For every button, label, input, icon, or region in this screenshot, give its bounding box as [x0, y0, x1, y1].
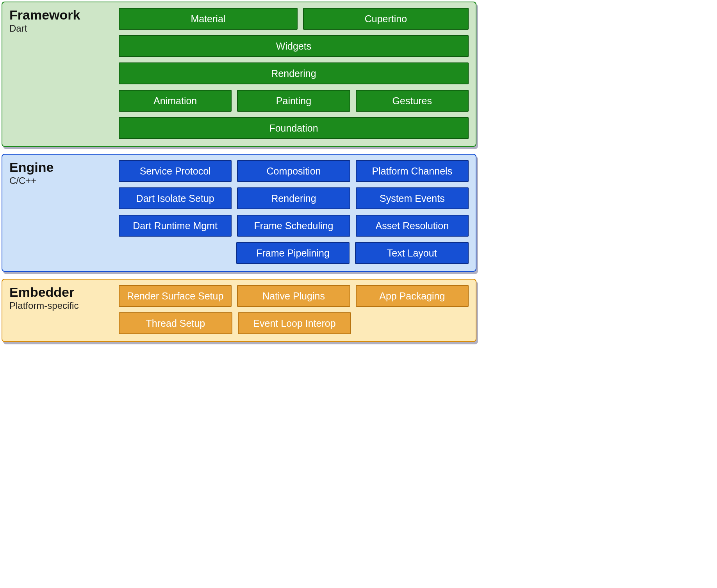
- box-app-packaging: App Packaging: [356, 285, 469, 307]
- box-foundation: Foundation: [119, 117, 469, 139]
- layer-content: Render Surface Setup Native Plugins App …: [119, 285, 469, 334]
- layer-subtitle: Dart: [9, 23, 115, 34]
- layer-engine: Engine C/C++ Service Protocol Compositio…: [2, 154, 476, 272]
- layer-subtitle: C/C++: [9, 175, 115, 186]
- box-gestures: Gestures: [356, 90, 469, 112]
- box-render-surface-setup: Render Surface Setup: [119, 285, 232, 307]
- box-cupertino: Cupertino: [303, 8, 469, 30]
- box-rendering: Rendering: [119, 62, 469, 84]
- layer-row: Service Protocol Composition Platform Ch…: [119, 160, 469, 182]
- layer-header: Engine C/C++: [9, 160, 119, 264]
- box-frame-scheduling: Frame Scheduling: [237, 215, 350, 237]
- box-event-loop-interop: Event Loop Interop: [238, 312, 351, 334]
- box-native-plugins: Native Plugins: [237, 285, 350, 307]
- box-thread-setup: Thread Setup: [119, 312, 232, 334]
- box-material: Material: [119, 8, 298, 30]
- box-painting: Painting: [237, 90, 350, 112]
- layer-row: Rendering: [119, 62, 469, 84]
- layer-row: Foundation: [119, 117, 469, 139]
- layer-subtitle: Platform-specific: [9, 300, 115, 311]
- layer-content: Material Cupertino Widgets Rendering Ani…: [119, 8, 469, 139]
- layer-header: Framework Dart: [9, 8, 119, 139]
- box-dart-isolate-setup: Dart Isolate Setup: [119, 187, 232, 209]
- layer-embedder: Embedder Platform-specific Render Surfac…: [2, 279, 476, 342]
- box-platform-channels: Platform Channels: [356, 160, 469, 182]
- box-text-layout: Text Layout: [355, 242, 469, 264]
- box-frame-pipelining: Frame Pipelining: [236, 242, 350, 264]
- box-service-protocol: Service Protocol: [119, 160, 232, 182]
- layer-row: Animation Painting Gestures: [119, 90, 469, 112]
- box-composition: Composition: [237, 160, 350, 182]
- box-asset-resolution: Asset Resolution: [356, 215, 469, 237]
- layer-row: Dart Isolate Setup Rendering System Even…: [119, 187, 469, 209]
- layer-header: Embedder Platform-specific: [9, 285, 119, 334]
- layer-content: Service Protocol Composition Platform Ch…: [119, 160, 469, 264]
- layer-framework: Framework Dart Material Cupertino Widget…: [2, 2, 476, 147]
- row-spacer: [119, 242, 231, 264]
- box-rendering-engine: Rendering: [237, 187, 350, 209]
- layer-row: Render Surface Setup Native Plugins App …: [119, 285, 469, 307]
- layer-row: Dart Runtime Mgmt Frame Scheduling Asset…: [119, 215, 469, 237]
- layer-row: Frame Pipelining Text Layout: [119, 242, 469, 264]
- row-spacer: [357, 312, 469, 334]
- box-dart-runtime-mgmt: Dart Runtime Mgmt: [119, 215, 232, 237]
- layer-title: Framework: [9, 8, 115, 22]
- layer-title: Embedder: [9, 285, 115, 299]
- layer-row: Widgets: [119, 35, 469, 57]
- box-animation: Animation: [119, 90, 232, 112]
- box-system-events: System Events: [356, 187, 469, 209]
- layer-row: Material Cupertino: [119, 8, 469, 30]
- layer-row: Thread Setup Event Loop Interop: [119, 312, 469, 334]
- box-widgets: Widgets: [119, 35, 469, 57]
- layer-title: Engine: [9, 160, 115, 175]
